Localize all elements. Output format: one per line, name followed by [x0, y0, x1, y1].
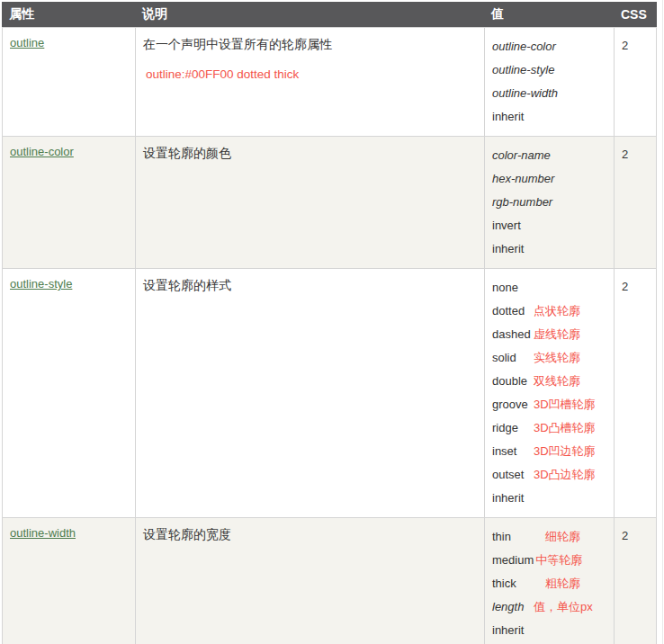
page: 属性 说明 值 CSS outline 在一个声明中设置所有的轮廓属性 outl… — [0, 0, 664, 644]
value-line: length 值，单位px — [492, 595, 606, 619]
value-keyword: inherit — [492, 105, 532, 129]
description-cell: 设置轮廓的样式 — [135, 269, 484, 518]
value-line: inherit — [492, 237, 606, 261]
value-keyword: length — [492, 595, 532, 619]
value-line: outline-color — [492, 35, 606, 58]
value-annotation: 实线轮廓 — [534, 346, 580, 370]
value-annotation: 3D凸边轮廓 — [534, 463, 596, 487]
css-version: 2 — [614, 137, 657, 269]
values-cell: thin 细轮廓 medium 中等轮廓 thick 粗轮廓 length 值，… — [484, 518, 614, 644]
value-annotation: 3D凹槽轮廓 — [534, 393, 596, 416]
css-version: 2 — [614, 518, 657, 644]
value-keyword: outset — [492, 463, 532, 487]
table-row: outline-style 设置轮廓的样式 none dotted 点状轮廓 d… — [2, 269, 657, 518]
value-line: dashed 虚线轮廓 — [492, 323, 606, 346]
value-keyword: ridge — [492, 416, 532, 440]
value-annotation: 值，单位px — [534, 595, 593, 619]
property-link[interactable]: outline-width — [10, 526, 76, 540]
value-line: outline-width — [492, 82, 606, 105]
value-keyword: thick — [492, 572, 532, 595]
values-cell: none dotted 点状轮廓 dashed 虚线轮廓 solid 实线轮廓 … — [484, 269, 614, 518]
value-list: outline-color outline-style outline-widt… — [492, 35, 606, 129]
value-list: none dotted 点状轮廓 dashed 虚线轮廓 solid 实线轮廓 … — [492, 276, 606, 510]
table-body: outline 在一个声明中设置所有的轮廓属性 outline:#00FF00 … — [2, 27, 657, 644]
value-keyword: thin — [492, 525, 532, 549]
value-keyword: none — [492, 276, 532, 300]
value-keyword: groove — [492, 393, 532, 416]
example-code: outline:#00FF00 dotted thick — [146, 67, 477, 82]
value-line: thick 粗轮廓 — [492, 572, 606, 595]
property-cell: outline — [2, 27, 135, 137]
property-link[interactable]: outline-style — [10, 277, 72, 291]
value-annotation: 中等轮廓 — [535, 549, 582, 572]
column-header-property: 属性 — [2, 2, 135, 27]
property-cell: outline-style — [2, 269, 135, 518]
values-cell: color-name hex-number rgb-number invert … — [484, 137, 614, 269]
property-description: 在一个声明中设置所有的轮廓属性 — [143, 37, 477, 52]
value-keyword: inherit — [492, 237, 532, 261]
value-line: inherit — [492, 619, 606, 642]
value-list: thin 细轮廓 medium 中等轮廓 thick 粗轮廓 length 值，… — [492, 525, 606, 642]
value-keyword: double — [492, 370, 532, 393]
values-cell: outline-color outline-style outline-widt… — [484, 27, 614, 137]
column-header-css: CSS — [614, 2, 657, 27]
value-line: medium 中等轮廓 — [492, 549, 606, 572]
value-line: thin 细轮廓 — [492, 525, 606, 549]
table-header-row: 属性 说明 值 CSS — [2, 2, 657, 27]
value-keyword: outline-style — [492, 58, 554, 82]
description-cell: 设置轮廓的宽度 — [135, 518, 484, 644]
css-version: 2 — [614, 27, 657, 137]
value-keyword: color-name — [492, 144, 551, 167]
value-annotation: 细轮廓 — [534, 525, 580, 549]
value-line: inherit — [492, 487, 606, 510]
value-list: color-name hex-number rgb-number invert … — [492, 144, 606, 261]
value-keyword: inherit — [492, 487, 532, 510]
column-header-value: 值 — [484, 2, 614, 27]
value-keyword: hex-number — [492, 167, 554, 191]
value-line: double 双线轮廓 — [492, 370, 606, 393]
value-annotation: 点状轮廓 — [534, 300, 580, 323]
value-line: ridge 3D凸槽轮廓 — [492, 416, 606, 440]
value-annotation: 粗轮廓 — [534, 572, 580, 595]
value-line: outline-style — [492, 58, 606, 82]
value-keyword: dotted — [492, 300, 532, 323]
property-cell: outline-color — [2, 137, 135, 269]
column-header-description: 说明 — [135, 2, 484, 27]
value-keyword: outline-color — [492, 35, 556, 58]
value-line: invert — [492, 214, 606, 237]
property-description: 设置轮廓的样式 — [143, 278, 477, 293]
property-link[interactable]: outline — [10, 36, 44, 49]
value-keyword: invert — [492, 214, 532, 237]
value-line: outset 3D凸边轮廓 — [492, 463, 606, 487]
value-line: color-name — [492, 144, 606, 167]
property-description: 设置轮廓的宽度 — [143, 527, 477, 542]
css-outline-properties-table: 属性 说明 值 CSS outline 在一个声明中设置所有的轮廓属性 outl… — [2, 2, 657, 644]
value-line: inset 3D凹边轮廓 — [492, 440, 606, 463]
value-annotation: 3D凹边轮廓 — [534, 440, 596, 463]
property-link[interactable]: outline-color — [10, 145, 74, 158]
value-keyword: rgb-number — [492, 191, 552, 214]
table-row: outline-width 设置轮廓的宽度 thin 细轮廓 medium 中等… — [2, 518, 657, 644]
value-keyword: outline-width — [492, 82, 558, 105]
table-row: outline 在一个声明中设置所有的轮廓属性 outline:#00FF00 … — [2, 27, 657, 137]
property-description: 设置轮廓的颜色 — [143, 146, 477, 161]
value-line: hex-number — [492, 167, 606, 191]
value-keyword: dashed — [492, 323, 532, 346]
value-keyword: inherit — [492, 619, 532, 642]
value-annotation: 双线轮廓 — [534, 370, 580, 393]
value-annotation: 3D凸槽轮廓 — [534, 416, 596, 440]
description-cell: 设置轮廓的颜色 — [135, 137, 484, 269]
value-keyword: inset — [492, 440, 532, 463]
description-cell: 在一个声明中设置所有的轮廓属性 outline:#00FF00 dotted t… — [135, 27, 484, 137]
value-line: dotted 点状轮廓 — [492, 300, 606, 323]
value-annotation: 虚线轮廓 — [534, 323, 580, 346]
value-line: none — [492, 276, 606, 300]
value-keyword: medium — [492, 549, 534, 572]
property-cell: outline-width — [2, 518, 135, 644]
table-row: outline-color 设置轮廓的颜色 color-name hex-num… — [2, 137, 657, 269]
value-line: inherit — [492, 105, 606, 129]
value-line: groove 3D凹槽轮廓 — [492, 393, 606, 416]
css-version: 2 — [614, 269, 657, 518]
value-keyword: solid — [492, 346, 532, 370]
value-line: solid 实线轮廓 — [492, 346, 606, 370]
